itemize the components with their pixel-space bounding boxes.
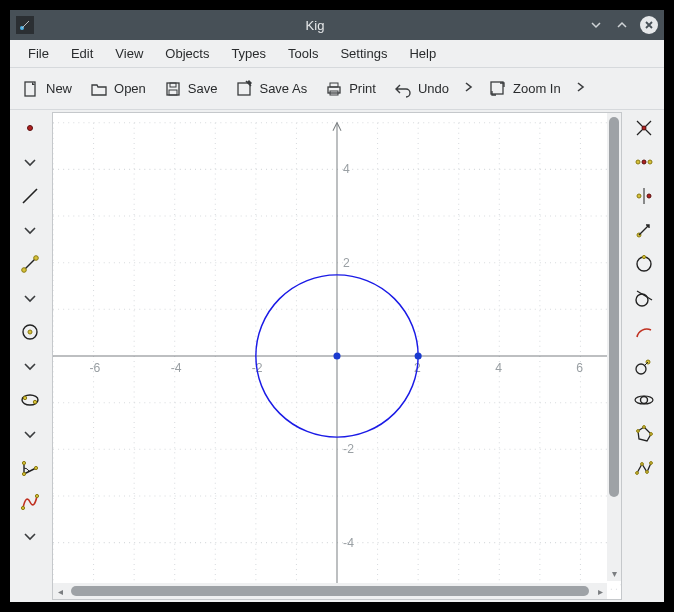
new-button[interactable]: New <box>14 76 80 102</box>
app-icon <box>16 16 34 34</box>
canvas[interactable]: -6-4-224642-2-4 ▾ ◂ ▸ <box>53 113 621 599</box>
svg-point-67 <box>636 160 640 164</box>
toolbar-next-icon[interactable] <box>459 77 479 100</box>
minimize-button[interactable] <box>588 17 604 33</box>
menu-objects[interactable]: Objects <box>155 43 219 64</box>
tool-midpoint-icon[interactable] <box>630 148 658 176</box>
svg-text:2: 2 <box>343 256 350 270</box>
tool-conic-dropdown-icon[interactable] <box>16 420 44 448</box>
tool-circle-center-icon[interactable] <box>16 318 44 346</box>
tool-circle-dropdown-icon[interactable] <box>16 352 44 380</box>
svg-rect-5 <box>238 83 250 95</box>
app-window: Kig File Edit View Objects Types Tools S… <box>10 10 664 602</box>
svg-point-87 <box>646 471 649 474</box>
svg-point-16 <box>28 330 32 334</box>
svg-point-14 <box>34 256 39 261</box>
menu-view[interactable]: View <box>105 43 153 64</box>
undo-button[interactable]: Undo <box>386 76 457 102</box>
svg-point-22 <box>34 466 37 469</box>
scroll-right-icon[interactable]: ▸ <box>593 586 607 597</box>
svg-rect-4 <box>169 90 177 95</box>
svg-point-10 <box>28 126 33 131</box>
zoom-in-button[interactable]: Zoom In <box>481 76 569 102</box>
titlebar: Kig <box>10 10 664 40</box>
save-as-button[interactable]: Save As <box>227 76 315 102</box>
svg-point-83 <box>650 433 653 436</box>
open-folder-icon <box>90 80 108 98</box>
svg-rect-9 <box>491 82 503 94</box>
svg-point-13 <box>22 268 27 273</box>
hscroll-thumb[interactable] <box>71 586 589 596</box>
vscroll-thumb[interactable] <box>609 117 619 497</box>
window-controls <box>588 16 658 34</box>
tool-bezier-icon[interactable] <box>16 488 44 516</box>
tool-circle3pts-icon[interactable] <box>630 250 658 278</box>
new-label: New <box>46 81 72 96</box>
open-label: Open <box>114 81 146 96</box>
svg-text:4: 4 <box>343 162 350 176</box>
toolbar-overflow-icon[interactable] <box>571 77 591 100</box>
tool-locus-icon[interactable] <box>630 352 658 380</box>
main-toolbar: New Open Save Save As Print Undo Zoom In <box>10 68 664 110</box>
save-label: Save <box>188 81 218 96</box>
svg-point-69 <box>642 160 646 164</box>
tool-vector-icon[interactable] <box>630 216 658 244</box>
save-as-label: Save As <box>259 81 307 96</box>
tool-arc-icon[interactable] <box>630 318 658 346</box>
tool-intersection-icon[interactable] <box>630 114 658 142</box>
coordinate-plane: -6-4-224642-2-4 <box>53 113 621 599</box>
tool-point-icon[interactable] <box>16 114 44 142</box>
svg-point-75 <box>642 255 645 258</box>
svg-line-77 <box>637 291 652 300</box>
menu-edit[interactable]: Edit <box>61 43 103 64</box>
menu-settings[interactable]: Settings <box>330 43 397 64</box>
new-file-icon <box>22 80 40 98</box>
zoom-in-label: Zoom In <box>513 81 561 96</box>
open-button[interactable]: Open <box>82 76 154 102</box>
horizontal-scrollbar[interactable]: ◂ ▸ <box>53 583 607 599</box>
save-button[interactable]: Save <box>156 76 226 102</box>
scroll-down-icon[interactable]: ▾ <box>607 568 621 579</box>
tool-segment-icon[interactable] <box>16 250 44 278</box>
tool-conic-icon[interactable] <box>16 386 44 414</box>
left-toolbar <box>10 110 50 602</box>
vertical-scrollbar[interactable]: ▾ <box>607 113 621 581</box>
svg-point-82 <box>643 426 646 429</box>
scroll-left-icon[interactable]: ◂ <box>53 586 67 597</box>
print-icon <box>325 80 343 98</box>
svg-point-24 <box>35 494 38 497</box>
menu-file[interactable]: File <box>18 43 59 64</box>
tool-line-dropdown-icon[interactable] <box>16 216 44 244</box>
print-button[interactable]: Print <box>317 76 384 102</box>
tool-orbit-icon[interactable] <box>630 386 658 414</box>
tool-segment-dropdown-icon[interactable] <box>16 284 44 312</box>
tool-point-dropdown-icon[interactable] <box>16 148 44 176</box>
tool-polygon-icon[interactable] <box>630 420 658 448</box>
svg-point-63 <box>415 352 422 359</box>
svg-text:-6: -6 <box>90 361 101 375</box>
svg-point-23 <box>21 506 24 509</box>
svg-text:-2: -2 <box>343 442 354 456</box>
svg-point-62 <box>333 352 340 359</box>
tool-tangent-icon[interactable] <box>630 284 658 312</box>
menu-help[interactable]: Help <box>399 43 446 64</box>
content-area: -6-4-224642-2-4 ▾ ◂ ▸ <box>10 110 664 602</box>
tool-reflection-icon[interactable] <box>630 182 658 210</box>
svg-point-81 <box>635 396 653 404</box>
undo-icon <box>394 80 412 98</box>
svg-text:6: 6 <box>576 361 583 375</box>
maximize-button[interactable] <box>614 17 630 33</box>
close-button[interactable] <box>640 16 658 34</box>
tool-bezier-dropdown-icon[interactable] <box>16 522 44 550</box>
tool-angle-icon[interactable] <box>16 454 44 482</box>
window-title: Kig <box>42 18 588 33</box>
menu-tools[interactable]: Tools <box>278 43 328 64</box>
menu-types[interactable]: Types <box>221 43 276 64</box>
tool-polyline-icon[interactable] <box>630 454 658 482</box>
svg-point-68 <box>648 160 652 164</box>
tool-line-icon[interactable] <box>16 182 44 210</box>
svg-text:-4: -4 <box>171 361 182 375</box>
svg-point-80 <box>641 397 648 404</box>
svg-point-21 <box>22 472 25 475</box>
svg-point-85 <box>636 472 639 475</box>
